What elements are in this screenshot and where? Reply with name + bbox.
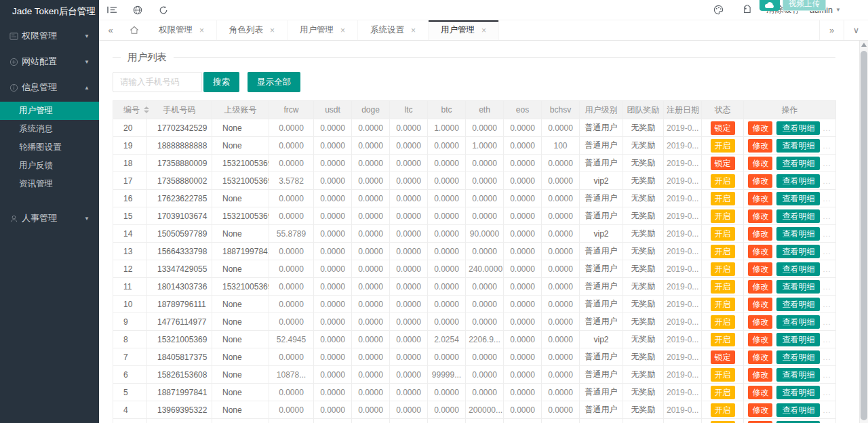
view-detail-button[interactable]: 查看明细 [776, 139, 820, 153]
status-toggle-button[interactable]: 开启 [711, 280, 735, 294]
edit-button[interactable]: 修改 [748, 315, 772, 329]
view-detail-button[interactable]: 查看明细 [776, 350, 820, 364]
sidebar-item-user-feedback[interactable]: 用户反馈 [0, 157, 99, 175]
status-toggle-button[interactable]: 开启 [711, 262, 735, 276]
status-toggle-button[interactable]: 开启 [711, 421, 735, 423]
more-actions[interactable]: ... [823, 195, 831, 203]
sidebar-item-hr[interactable]: 人事管理 ▼ [0, 205, 99, 231]
view-detail-button[interactable]: 查看明细 [776, 121, 820, 135]
more-actions[interactable]: ... [823, 177, 831, 185]
edit-button[interactable]: 修改 [748, 386, 772, 399]
more-actions[interactable]: ... [823, 230, 831, 238]
view-detail-button[interactable]: 查看明细 [776, 192, 820, 205]
more-actions[interactable]: ... [823, 247, 831, 256]
view-detail-button[interactable]: 查看明细 [776, 315, 820, 329]
column-header[interactable]: 编号 [113, 101, 147, 119]
sidebar-item-permission[interactable]: 权限管理 ▼ [0, 23, 99, 49]
status-toggle-button[interactable]: 开启 [711, 333, 735, 346]
close-icon[interactable]: × [340, 26, 345, 35]
sidebar-item-info[interactable]: 信息管理 ▲ [0, 75, 99, 100]
view-detail-button[interactable]: 查看明细 [776, 262, 820, 276]
view-detail-button[interactable]: 查看明细 [776, 403, 820, 417]
more-actions[interactable]: ... [823, 159, 831, 167]
status-toggle-button[interactable]: 锁定 [711, 121, 735, 135]
home-tab[interactable] [122, 20, 146, 40]
sidebar-item-system-messages[interactable]: 系统消息 [0, 120, 99, 138]
more-actions[interactable]: ... [823, 388, 831, 397]
edit-button[interactable]: 修改 [748, 333, 772, 346]
more-actions[interactable]: ... [823, 336, 831, 344]
status-toggle-button[interactable]: 锁定 [711, 350, 735, 364]
status-toggle-button[interactable]: 开启 [711, 368, 735, 382]
edit-button[interactable]: 修改 [748, 174, 772, 188]
more-actions[interactable]: ... [823, 265, 831, 273]
edit-button[interactable]: 修改 [748, 368, 772, 382]
edit-button[interactable]: 修改 [748, 227, 772, 241]
sidebar-item-news-management[interactable]: 资讯管理 [0, 175, 99, 193]
view-detail-button[interactable]: 查看明细 [776, 386, 820, 399]
scroll-up-icon[interactable] [860, 43, 868, 48]
vertical-scrollbar[interactable] [859, 41, 868, 423]
video-upload-button[interactable] [760, 0, 780, 11]
status-toggle-button[interactable]: 开启 [711, 227, 735, 241]
globe-icon[interactable] [125, 0, 151, 20]
edit-button[interactable]: 修改 [748, 121, 772, 135]
phone-search-input[interactable] [113, 72, 202, 92]
edit-button[interactable]: 修改 [748, 350, 772, 364]
view-detail-button[interactable]: 查看明细 [776, 421, 820, 423]
view-detail-button[interactable]: 查看明细 [776, 298, 820, 311]
status-toggle-button[interactable]: 开启 [711, 209, 735, 223]
view-detail-button[interactable]: 查看明细 [776, 157, 820, 170]
edit-button[interactable]: 修改 [748, 245, 772, 258]
edit-button[interactable]: 修改 [748, 262, 772, 276]
edit-button[interactable]: 修改 [748, 280, 772, 294]
view-detail-button[interactable]: 查看明细 [776, 227, 820, 241]
view-detail-button[interactable]: 查看明细 [776, 280, 820, 294]
tabs-scroll-left-icon[interactable]: « [99, 20, 122, 40]
more-actions[interactable]: ... [823, 371, 831, 379]
sidebar-item-carousel-settings[interactable]: 轮播图设置 [0, 138, 99, 157]
more-actions[interactable]: ... [823, 406, 831, 414]
status-toggle-button[interactable]: 开启 [711, 315, 735, 329]
status-toggle-button[interactable]: 开启 [711, 386, 735, 399]
edit-button[interactable]: 修改 [748, 209, 772, 223]
view-detail-button[interactable]: 查看明细 [776, 368, 820, 382]
status-toggle-button[interactable]: 开启 [711, 174, 735, 188]
tag-icon[interactable] [732, 0, 761, 20]
show-all-button[interactable]: 显示全部 [248, 72, 300, 92]
edit-button[interactable]: 修改 [748, 157, 772, 170]
tabs-dropdown-icon[interactable]: ∨ [844, 20, 868, 40]
tabs-scroll-right-icon[interactable]: » [819, 20, 844, 40]
tab-user-management-1[interactable]: 用户管理 × [288, 20, 358, 40]
more-actions[interactable]: ... [823, 283, 831, 291]
status-toggle-button[interactable]: 开启 [711, 403, 735, 417]
more-actions[interactable]: ... [823, 142, 831, 150]
sidebar-item-user-management[interactable]: 用户管理 [0, 102, 99, 120]
close-icon[interactable]: × [199, 26, 204, 35]
edit-button[interactable]: 修改 [748, 403, 772, 417]
status-toggle-button[interactable]: 开启 [711, 298, 735, 311]
more-actions[interactable]: ... [823, 300, 831, 308]
search-button[interactable]: 搜索 [203, 72, 239, 92]
tab-role-list[interactable]: 角色列表 × [217, 20, 288, 40]
sort-icon[interactable] [144, 106, 149, 113]
more-actions[interactable]: ... [823, 353, 831, 361]
status-toggle-button[interactable]: 锁定 [711, 157, 735, 170]
edit-button[interactable]: 修改 [748, 421, 772, 423]
refresh-icon[interactable] [151, 0, 176, 20]
edit-button[interactable]: 修改 [748, 139, 772, 153]
more-actions[interactable]: ... [823, 124, 831, 132]
edit-button[interactable]: 修改 [748, 192, 772, 205]
close-icon[interactable]: × [481, 26, 486, 35]
collapse-menu-icon[interactable] [99, 0, 125, 20]
view-detail-button[interactable]: 查看明细 [776, 245, 820, 258]
status-toggle-button[interactable]: 开启 [711, 245, 735, 258]
edit-button[interactable]: 修改 [748, 298, 772, 311]
close-icon[interactable]: × [411, 26, 416, 35]
view-detail-button[interactable]: 查看明细 [776, 174, 820, 188]
theme-palette-icon[interactable] [704, 0, 732, 20]
close-icon[interactable]: × [270, 26, 275, 35]
status-toggle-button[interactable]: 开启 [711, 139, 735, 153]
scrollbar-thumb[interactable] [861, 51, 867, 420]
view-detail-button[interactable]: 查看明细 [776, 209, 820, 223]
